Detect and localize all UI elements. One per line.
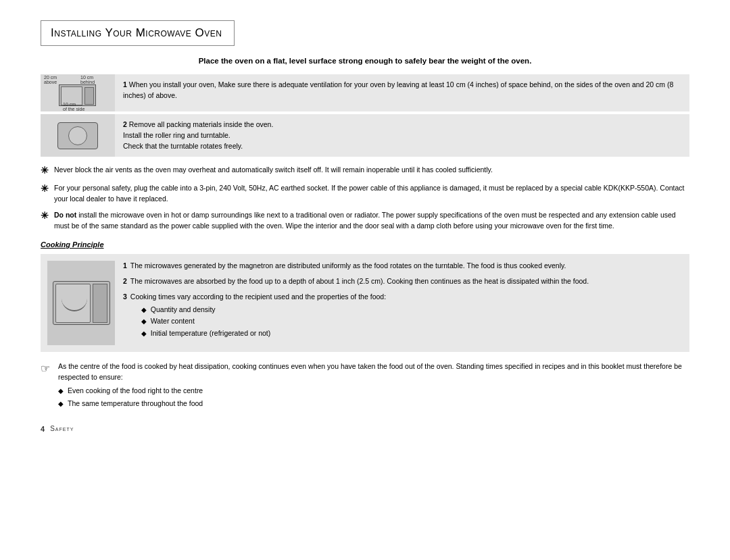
cp-text-1: The microwaves generated by the magnetro… xyxy=(130,261,566,272)
standing-diamond-1: ◆ xyxy=(58,386,64,396)
intro-bold: Place the oven on a flat, level surface … xyxy=(41,57,689,65)
label-10cm: 10 cmbehind xyxy=(80,75,95,84)
step2-line1: Remove all packing materials inside the … xyxy=(129,120,274,128)
step2-number: 2 xyxy=(123,120,127,128)
turntable-outer xyxy=(57,122,98,149)
note-icon: ☞ xyxy=(41,361,50,377)
cp-num-1: 1 xyxy=(123,261,127,272)
cooking-principle-box: 1 The microwaves generated by the magnet… xyxy=(41,254,689,352)
cp-text-3: Cooking times vary according to the reci… xyxy=(130,292,386,340)
step1-image: 20 cmabove 10 cmbehind 10 cmof the side xyxy=(41,74,115,111)
note2-text: For your personal safety, plug the cable… xyxy=(54,183,689,205)
note3-star: ✳ xyxy=(41,209,49,223)
cp-num-2: 2 xyxy=(123,276,127,287)
cp-num-3: 3 xyxy=(123,292,127,303)
ml-wave xyxy=(62,297,87,311)
page-section: Safety xyxy=(50,425,74,432)
bullet-quantity: ◆ Quantity and density xyxy=(141,305,386,315)
cp-step-3: 3 Cooking times vary according to the re… xyxy=(123,292,683,340)
turntable-circle xyxy=(68,126,87,145)
standing-bullet-2: ◆ The same temperature throughout the fo… xyxy=(58,399,689,409)
step1-text: 1 When you install your oven, Make sure … xyxy=(115,74,689,111)
diamond-icon-3: ◆ xyxy=(141,328,147,338)
note3-rest: install the microwave oven in hot or dam… xyxy=(54,211,676,230)
standing-bullet-1: ◆ Even cooking of the food right to the … xyxy=(58,386,689,397)
diamond-icon-1: ◆ xyxy=(141,305,147,315)
cooking-principle-title: Cooking Principle xyxy=(41,240,689,249)
ventilation-diagram: 20 cmabove 10 cmbehind 10 cmof the side xyxy=(44,74,112,111)
step2-image xyxy=(41,114,115,157)
standing-content: As the centre of the food is cooked by h… xyxy=(58,361,689,411)
ml-door xyxy=(55,284,91,323)
label-20cm: 20 cmabove xyxy=(44,75,57,84)
cp-bullet-list: ◆ Quantity and density ◆ Water content ◆… xyxy=(141,305,386,339)
note1-star: ✳ xyxy=(41,163,49,178)
note3-text: Do not install the microwave oven in hot… xyxy=(54,210,689,232)
step2-line3: Check that the turntable rotates freely. xyxy=(123,142,243,150)
step2-text: 2 Remove all packing materials inside th… xyxy=(115,114,689,157)
step1-number: 1 xyxy=(123,80,127,88)
standing-section: ☞ As the centre of the food is cooked by… xyxy=(41,361,689,411)
note-3: ✳ Do not install the microwave oven in h… xyxy=(41,210,689,232)
standing-bullets: ◆ Even cooking of the food right to the … xyxy=(58,386,689,409)
standing-intro: As the centre of the food is cooked by h… xyxy=(58,362,682,381)
note-1: ✳ Never block the air vents as the oven … xyxy=(41,165,689,178)
install-step-1: 20 cmabove 10 cmbehind 10 cmof the side … xyxy=(41,74,689,111)
note-2: ✳ For your personal safety, plug the cab… xyxy=(41,183,689,205)
cp-step-2: 2 The microwaves are absorbed by the foo… xyxy=(123,276,683,287)
install-steps: 20 cmabove 10 cmbehind 10 cmof the side … xyxy=(41,74,689,157)
note3-bold: Do not xyxy=(54,211,76,219)
cp-step-1: 1 The microwaves generated by the magnet… xyxy=(123,261,683,272)
cooking-image xyxy=(47,261,115,345)
page-number: 4 xyxy=(41,425,45,433)
cp-text-2: The microwaves are absorbed by the food … xyxy=(130,276,589,287)
cooking-steps: 1 The microwaves generated by the magnet… xyxy=(123,261,683,345)
note2-star: ✳ xyxy=(41,182,49,196)
label-10cm-side: 10 cmof the side xyxy=(63,102,84,111)
install-step-2: 2 Remove all packing materials inside th… xyxy=(41,114,689,157)
bullet-temperature: ◆ Initial temperature (refrigerated or n… xyxy=(141,328,386,339)
turntable-diagram xyxy=(51,119,105,153)
page-title: Installing Your Microwave Oven xyxy=(51,26,222,40)
step2-line2: Install the roller ring and turntable. xyxy=(123,131,230,139)
step1-content: When you install your oven, Make sure th… xyxy=(123,80,673,99)
page-title-box: Installing Your Microwave Oven xyxy=(41,20,235,46)
diamond-icon-2: ◆ xyxy=(141,316,147,326)
page-footer: 4 Safety xyxy=(41,425,689,433)
bullet-water: ◆ Water content xyxy=(141,316,386,327)
notes-section: ✳ Never block the air vents as the oven … xyxy=(41,165,689,231)
microwave-large-icon xyxy=(53,281,110,325)
ml-ctrl xyxy=(93,284,107,323)
note1-text: Never block the air vents as the oven ma… xyxy=(54,165,689,176)
standing-diamond-2: ◆ xyxy=(58,399,64,409)
